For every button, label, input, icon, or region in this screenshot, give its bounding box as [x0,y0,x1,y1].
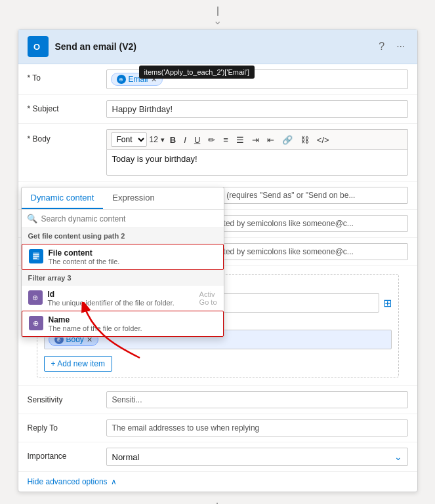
file-content-item[interactable]: File content The content of the file. [22,244,224,270]
card-header-actions: ? ··· [376,39,407,54]
name-item-desc: The name of the file or folder. [49,324,217,332]
help-button[interactable]: ? [376,39,387,54]
tab-dynamic-content[interactable]: Dynamic content [22,187,104,209]
email-tag-icon: ⊕ [117,75,126,84]
name-item-name: Name [49,315,217,324]
sensitivity-placeholder: Sensiti... [112,395,142,404]
font-size-chevron: ▾ [161,136,165,144]
list-ol-button[interactable]: ☰ [234,134,247,146]
sensitivity-row: Sensitivity Sensiti... [18,386,417,414]
more-options-button[interactable]: ··· [394,39,407,54]
section1-title: Get file content using path 2 [22,228,224,244]
hide-advanced-link[interactable]: Hide advanced options [28,477,108,486]
file-content-desc: The content of the file. [49,258,217,265]
highlight-button[interactable]: ✏ [205,134,218,146]
from-row: From (Send as) Email address to send mai… [18,182,417,210]
body-label: * Body [28,129,106,144]
reply-to-row: Reply To The email addresses to use when… [18,414,417,442]
dynamic-search-input[interactable] [41,214,218,223]
connector-arrow: ⌄ [213,7,222,26]
hide-advanced-row[interactable]: Hide advanced options ∧ [18,472,417,492]
svg-text:O: O [33,42,40,52]
link-button[interactable]: 🔗 [280,134,295,146]
id-item-text: Id The unique identifier of the file or … [48,290,194,307]
dynamic-content-dropdown: Dynamic content Expression 🔍 Get file co… [21,187,224,338]
search-icon: 🔍 [27,214,37,223]
body-toolbar: Font 12 ▾ B I U ✏ ≡ ☰ ⇥ ⇤ 🔗 ⛓ </> [106,129,408,149]
outdent-button[interactable]: ⇤ [264,134,277,146]
subject-input[interactable] [106,100,408,118]
email-tooltip: items('Apply_to_each_2')['Email'] [139,66,255,79]
to-field: ⊕ Email ✕ items('Apply_to_each_2')['Emai… [106,69,408,89]
body-content[interactable]: Today is your birthday! [106,149,408,176]
reply-to-input[interactable]: The email addresses to use when replying [106,419,408,436]
connector-line [217,7,218,16]
to-row: * To ⊕ Email ✕ items('Apply_to_each_2')[… [18,64,417,95]
add-new-item-button[interactable]: + Add new item [44,356,112,372]
id-item-goto: ActivGo to [199,290,217,306]
file-content-icon [29,249,43,263]
importance-row: Importance Normal ⌄ [18,442,417,472]
to-label: * To [28,69,106,83]
card-header: O Send an email (V2) ? ··· [18,29,417,64]
id-item-icon: ⊕ [28,290,43,305]
tab-expression[interactable]: Expression [103,187,163,209]
id-item[interactable]: ⊕ Id The unique identifier of the file o… [22,286,224,311]
body-row: * Body Font 12 ▾ B I U ✏ ≡ ☰ ⇥ ⇤ 🔗 [18,124,417,182]
connector-chevron-icon: ⌄ [213,16,222,26]
hide-advanced-chevron-up-icon: ∧ [111,477,117,486]
importance-field: Normal ⌄ [106,448,408,466]
bold-button[interactable]: B [167,134,178,146]
reply-to-label: Reply To [28,419,106,433]
file-content-text: File content The content of the file. [49,248,217,265]
importance-chevron-down-icon: ⌄ [394,452,402,462]
reply-to-value: The email addresses to use when replying [112,423,260,433]
sensitivity-input[interactable]: Sensiti... [106,391,408,408]
font-size-label: 12 [150,135,158,144]
unlink-button[interactable]: ⛓ [298,134,312,146]
sensitivity-label: Sensitivity [28,391,106,404]
importance-label: Importance [28,448,106,461]
id-item-name: Id [48,290,194,299]
italic-button[interactable]: I [181,134,189,146]
name-item-text: Name The name of the file or folder. [49,315,217,332]
id-item-desc: The unique identifier of the file or fol… [48,299,194,307]
name-item[interactable]: ⊕ Name The name of the file or folder. [22,311,224,337]
card-title: Send an email (V2) [55,41,370,52]
indent-button[interactable]: ⇥ [249,134,262,146]
font-selector[interactable]: Font [111,132,147,147]
body-field: Font 12 ▾ B I U ✏ ≡ ☰ ⇥ ⇤ 🔗 ⛓ </> [106,129,408,176]
outlook-icon: O [28,36,49,57]
dynamic-tabs: Dynamic content Expression [22,187,224,210]
subject-field [106,100,408,118]
from-field: Email address to send mail from (require… [106,187,408,204]
html-button[interactable]: </> [314,134,332,146]
file-content-name: File content [49,248,217,258]
reply-to-field: The email addresses to use when replying [106,419,408,436]
underline-button[interactable]: U [192,134,203,146]
table-icon[interactable]: ⊞ [383,297,392,309]
name-item-icon: ⊕ [29,316,43,330]
list-ul-button[interactable]: ≡ [220,134,231,146]
body-text: Today is your birthday! [112,154,197,164]
subject-label: * Subject [28,100,106,113]
dynamic-search-container: 🔍 [22,210,224,228]
sensitivity-field: Sensiti... [106,391,408,408]
subject-row: * Subject [18,95,417,124]
section2-title: Filter array 3 [22,270,224,286]
importance-dropdown[interactable]: Normal ⌄ [106,448,408,466]
importance-value: Normal [112,452,140,462]
send-email-card: O Send an email (V2) ? ··· * To ⊕ Email … [18,29,418,492]
card-body: * To ⊕ Email ✕ items('Apply_to_each_2')[… [18,64,417,492]
